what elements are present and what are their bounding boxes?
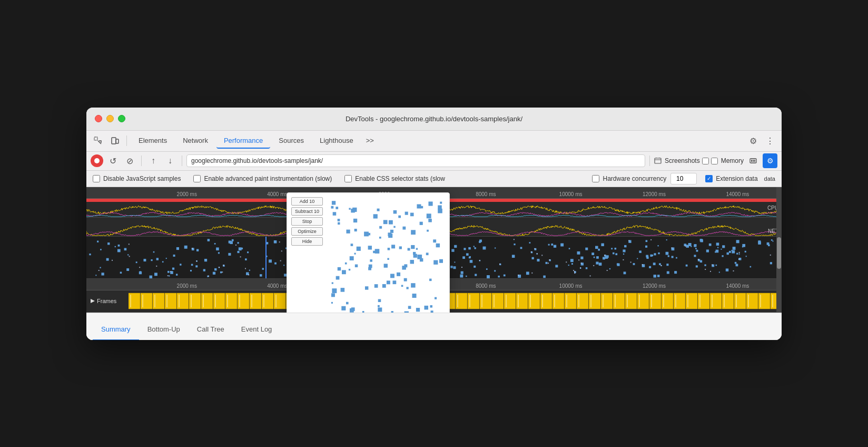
record-button[interactable]	[91, 154, 103, 167]
toolbar-right: ⚙ ⋮	[746, 133, 777, 148]
bot-ruler-4000: 4000 ms	[267, 283, 287, 289]
titlebar: DevTools - googlechrome.github.io/devtoo…	[86, 108, 782, 131]
screenshots-label: Screenshots	[665, 157, 700, 164]
tab-elements[interactable]: Elements	[131, 133, 174, 149]
more-tabs-button[interactable]: >>	[362, 133, 378, 149]
extension-data-checkbox[interactable]: ✓	[705, 175, 713, 182]
menu-icon[interactable]: ⋮	[763, 133, 777, 148]
frames-bar-area	[129, 290, 782, 312]
svg-rect-6	[751, 160, 752, 162]
inspector-icon[interactable]	[91, 133, 105, 148]
options-right: Hardware concurrency ✓ Extension data da…	[592, 173, 775, 184]
tab-lighthouse[interactable]: Lighthouse	[312, 133, 361, 149]
hw-concurrency-input[interactable]	[670, 173, 697, 184]
device-icon[interactable]	[107, 133, 122, 148]
separator-1	[126, 135, 127, 146]
ruler-label-14000: 14000 ms	[726, 191, 749, 197]
separator-2	[141, 156, 142, 166]
ruler-label-4000: 4000 ms	[267, 191, 287, 197]
bot-ruler-2000: 2000 ms	[177, 283, 197, 289]
devtools-window: DevTools - googlechrome.github.io/devtoo…	[86, 108, 782, 340]
upload-icon[interactable]: ↑	[146, 153, 161, 168]
devtools-body: Elements Network Performance Sources Lig…	[86, 131, 782, 340]
disable-js-checkbox[interactable]	[93, 175, 100, 182]
download-icon[interactable]: ↓	[163, 153, 177, 168]
ruler-label-8000: 8000 ms	[476, 191, 496, 197]
bot-ruler-14000: 14000 ms	[726, 283, 749, 289]
frames-canvas	[129, 290, 782, 312]
bot-ruler-12000: 12000 ms	[643, 283, 666, 289]
memory-icon[interactable]	[746, 153, 761, 168]
frames-label: Frames	[86, 290, 129, 312]
svg-rect-4	[655, 158, 661, 163]
reload-icon[interactable]: ↺	[105, 153, 120, 168]
maximize-button[interactable]	[118, 115, 125, 122]
disable-js-label[interactable]: Disable JavaScript samples	[93, 175, 181, 182]
subtract-10-button[interactable]: Subtract 10	[291, 207, 323, 216]
popup-overlay: Add 10 Subtract 10 Stop Optimize Hide	[287, 192, 450, 313]
tab-call-tree[interactable]: Call Tree	[189, 319, 233, 340]
bot-ruler-10000: 10000 ms	[559, 283, 583, 289]
timeline-wrapper: 2000 ms 4000 ms 6000 ms 8000 ms 10000 ms…	[86, 187, 782, 313]
hw-concurrency: Hardware concurrency	[592, 173, 697, 184]
clear-icon[interactable]: ⊘	[122, 153, 137, 168]
tab-summary[interactable]: Summary	[93, 319, 139, 340]
enable-css-checkbox[interactable]	[344, 175, 352, 182]
svg-rect-2	[116, 139, 119, 143]
tab-network[interactable]: Network	[175, 133, 215, 149]
stop-button[interactable]: Stop	[291, 217, 323, 226]
memory-label: Memory	[721, 157, 744, 164]
bot-ruler-8000: 8000 ms	[476, 283, 496, 289]
enable-paint-label[interactable]: Enable advanced paint instrumentation (s…	[193, 175, 332, 182]
options-row: Disable JavaScript samples Enable advanc…	[86, 171, 782, 187]
popup-buttons: Add 10 Subtract 10 Stop Optimize Hide	[291, 197, 323, 313]
ruler-label-2000: 2000 ms	[177, 191, 197, 197]
tab-bottom-up[interactable]: Bottom-Up	[139, 319, 189, 340]
svg-rect-7	[753, 160, 754, 162]
timeline-container[interactable]: 2000 ms 4000 ms 6000 ms 8000 ms 10000 ms…	[86, 187, 782, 313]
enable-css-label[interactable]: Enable CSS selector stats (slow	[344, 175, 445, 182]
memory-checkbox[interactable]	[711, 158, 718, 164]
scrollbar-thumb[interactable]	[777, 237, 781, 269]
tab-sources[interactable]: Sources	[271, 133, 311, 149]
tab-performance[interactable]: Performance	[216, 133, 270, 149]
optimize-button[interactable]: Optimize	[291, 227, 323, 236]
url-input[interactable]	[186, 154, 645, 167]
popup-dots-area	[327, 197, 445, 313]
popup-content: Add 10 Subtract 10 Stop Optimize Hide	[287, 193, 449, 313]
svg-marker-9	[91, 299, 95, 303]
minimize-button[interactable]	[106, 115, 114, 122]
hw-concurrency-checkbox[interactable]	[592, 175, 599, 182]
settings-icon[interactable]: ⚙	[746, 133, 761, 148]
traffic-lights	[95, 115, 125, 122]
tab-navigation: Elements Network Performance Sources Lig…	[131, 133, 744, 149]
bottom-tabs: Summary Bottom-Up Call Tree Event Log	[86, 313, 782, 340]
tab-event-log[interactable]: Event Log	[233, 319, 281, 340]
toolbar-top: Elements Network Performance Sources Lig…	[86, 131, 782, 152]
add-10-button[interactable]: Add 10	[291, 197, 323, 206]
toolbar-second: ↺ ⊘ ↑ ↓ Screenshots Memory	[86, 152, 782, 171]
svg-rect-1	[112, 138, 116, 144]
ruler-label-10000: 10000 ms	[559, 191, 583, 197]
ruler-label-12000: 12000 ms	[643, 191, 666, 197]
triangle-icon	[91, 299, 95, 303]
svg-rect-0	[94, 137, 97, 140]
close-button[interactable]	[95, 115, 102, 122]
screenshots-checkbox[interactable]	[702, 158, 709, 164]
enable-paint-checkbox[interactable]	[193, 175, 201, 182]
separator-4	[649, 156, 650, 166]
popup-canvas	[327, 197, 443, 313]
separator-3	[182, 156, 182, 166]
hide-button[interactable]: Hide	[291, 237, 323, 246]
extension-data: ✓ Extension data data	[705, 175, 775, 182]
settings-gear[interactable]: ⚙	[763, 153, 777, 168]
svg-point-3	[94, 158, 100, 163]
window-title: DevTools - googlechrome.github.io/devtoo…	[346, 115, 522, 123]
scrollbar[interactable]	[776, 187, 782, 313]
svg-rect-8	[754, 160, 755, 162]
